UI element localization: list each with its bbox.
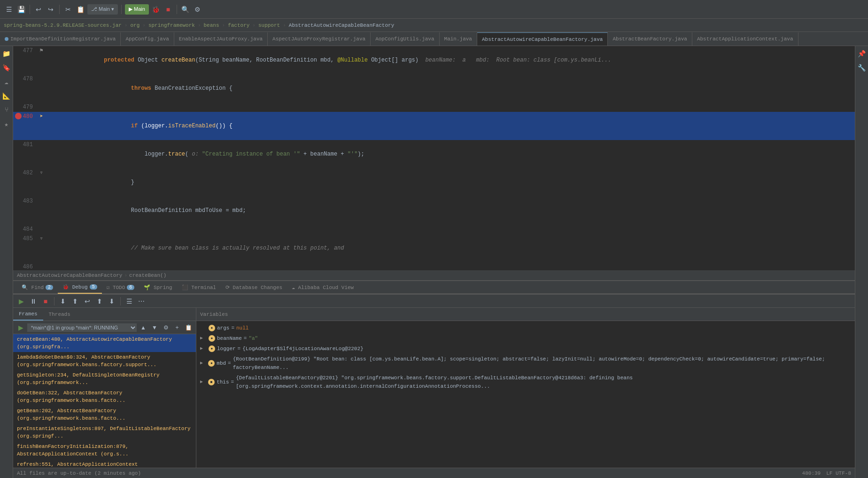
status-message: All files are up-to-date (2 minutes ago) xyxy=(17,470,141,476)
tab-terminal[interactable]: ⬛ Terminal xyxy=(177,281,221,294)
step-into-button[interactable]: ⬆ xyxy=(70,296,80,306)
cut-button[interactable]: ✂ xyxy=(63,4,73,15)
stop-button[interactable]: ■ xyxy=(163,4,173,15)
tab-spring[interactable]: 🌱 Spring xyxy=(139,281,177,294)
menu-button[interactable]: ☰ xyxy=(4,4,14,15)
more-button[interactable]: ⋯ xyxy=(136,296,147,306)
bc-sep: › xyxy=(124,273,127,278)
main-layout: 📁 🔖 ☁ 📐 ⑂ ★ 477 ⚑ protected Object creat… xyxy=(0,46,868,478)
line-code-484[interactable] xyxy=(46,225,855,234)
favorites-icon[interactable]: ★ xyxy=(1,118,12,130)
varval-beanname: "a" xyxy=(248,334,258,343)
line-code-482[interactable]: } xyxy=(46,168,855,196)
tab-aopconfig[interactable]: AopConfigUtils.java xyxy=(371,32,439,46)
thread-select[interactable]: *main*@1 in group *main*: RUNNING xyxy=(27,323,137,332)
branch-button[interactable]: ⎇ Main ▾ xyxy=(87,4,118,15)
line-num-485: 485 xyxy=(13,234,37,262)
frame-createbean[interactable]: createBean:480, AbstractAutowireCapableB… xyxy=(13,334,196,352)
tab-find[interactable]: 🔍 Find 2 xyxy=(17,281,58,294)
code-scroll[interactable]: 477 ⚑ protected Object createBean(String… xyxy=(13,46,855,270)
step-over-button[interactable]: ⬇ xyxy=(58,296,68,306)
tab-appconfig[interactable]: AppConfig.java xyxy=(121,32,174,46)
debug-run-button[interactable]: 🐞 xyxy=(151,4,161,15)
sep-4 xyxy=(177,5,177,14)
tab-abstractautowire[interactable]: AbstractAutowireCapableBeanFactory.java xyxy=(477,32,608,46)
frame-preinstantiate[interactable]: preInstantiateSingletons:897, DefaultLis… xyxy=(13,423,196,441)
step-out-button[interactable]: ↩ xyxy=(82,296,93,306)
cloud-icon[interactable]: ☁ xyxy=(1,76,12,87)
thread-up-button[interactable]: ▲ xyxy=(139,323,148,332)
support-label: support xyxy=(258,23,280,28)
stop-debug-button[interactable]: ■ xyxy=(40,296,51,306)
line-num-478: 478 xyxy=(13,74,37,102)
code-table: 477 ⚑ protected Object createBean(String… xyxy=(13,46,855,270)
line-code-483[interactable]: RootBeanDefinition mbdToUse = mbd; xyxy=(46,196,855,225)
pause-button[interactable]: ⏸ xyxy=(28,296,39,306)
var-logger[interactable]: ▶ ● logger = {LogAdapter$Slf4jLocationAw… xyxy=(196,344,855,354)
tab-main[interactable]: Main.java xyxy=(440,32,477,46)
line-code-478[interactable]: throws BeanCreationException { xyxy=(46,74,855,102)
run-button[interactable]: ▶ Main xyxy=(125,4,149,15)
tab-abstractapp[interactable]: AbstractApplicationContext.java xyxy=(692,32,798,46)
tab-todo[interactable]: ☑ TODO 6 xyxy=(102,281,140,294)
frame-dogetbean[interactable]: doGetBean:322, AbstractBeanFactory (org.… xyxy=(13,388,196,406)
line-code-481[interactable]: logger.trace( o: "Creating instance of b… xyxy=(46,140,855,168)
thread-add-button[interactable]: + xyxy=(172,323,182,332)
filepath-bar: spring-beans-5.2.9.RELEASE-sources.jar ›… xyxy=(0,19,868,32)
bookmark-icon[interactable]: 🔖 xyxy=(1,62,12,73)
tab-enableaspect[interactable]: EnableAspectJAutoProxy.java xyxy=(174,32,268,46)
git-icon[interactable]: ⑂ xyxy=(1,104,12,116)
sep: › xyxy=(222,23,225,28)
find-label: 🔍 Find xyxy=(22,284,44,290)
resume-button[interactable]: ▶ xyxy=(16,296,26,306)
project-icon[interactable]: 📁 xyxy=(1,48,12,59)
code-view: 477 ⚑ protected Object createBean(String… xyxy=(13,46,855,281)
frame-name-getbean: getBean:202, AbstractBeanFactory (org.sp… xyxy=(17,407,192,422)
right-icon-1[interactable]: 📌 xyxy=(856,48,868,59)
structure-icon[interactable]: 📐 xyxy=(1,90,12,102)
settings-debug-button[interactable]: ☰ xyxy=(124,296,134,306)
undo-button[interactable]: ↩ xyxy=(33,4,44,15)
tab-abstractbean[interactable]: AbstractBeanFactory.java xyxy=(608,32,692,46)
sep: › xyxy=(252,23,256,28)
breadcrumb-bar: AbstractAutowireCapableBeanFactory › cre… xyxy=(13,270,855,281)
line-code-477[interactable]: protected Object createBean(String beanN… xyxy=(46,46,855,74)
eval-button[interactable]: ⬇ xyxy=(107,296,117,306)
icon-logger: ● xyxy=(209,345,215,352)
frame-getbean[interactable]: getBean:202, AbstractBeanFactory (org.sp… xyxy=(13,406,196,423)
var-this[interactable]: ▶ ■ this = {DefaultListableBeanFactory@2… xyxy=(196,373,855,392)
redo-button[interactable]: ↪ xyxy=(46,4,56,15)
frame-lambda[interactable]: lambda$doGetBean$0:324, AbstractBeanFact… xyxy=(13,352,196,370)
var-beanname[interactable]: ▶ ● beanName = "a" xyxy=(196,333,855,344)
frame-refresh[interactable]: refresh:551, AbstractApplicationContext … xyxy=(13,459,196,468)
tab-debug[interactable]: 🐞 Debug 5 xyxy=(58,281,102,294)
tab-threads[interactable]: Threads xyxy=(43,308,76,321)
run-cursor-button[interactable]: ⬆ xyxy=(94,296,105,306)
right-icon-2[interactable]: 🔧 xyxy=(856,62,868,73)
thread-copy-button[interactable]: 📋 xyxy=(184,323,193,332)
settings-button[interactable]: ⚙ xyxy=(193,4,203,15)
status-left: All files are up-to-date (2 minutes ago) xyxy=(17,470,798,476)
line-code-479[interactable] xyxy=(46,102,855,112)
tab-importbean[interactable]: ImportBeanDefinitionRegistrar.java xyxy=(0,32,121,46)
save-button[interactable]: 💾 xyxy=(16,4,26,15)
thread-down-button[interactable]: ▼ xyxy=(150,323,159,332)
var-mbd[interactable]: ▶ ● mbd = {RootBeanDefinition@2199} "Roo… xyxy=(196,354,855,373)
tab-alibabacloud[interactable]: ☁ Alibaba Cloud View xyxy=(287,281,358,294)
line-num-477: 477 xyxy=(13,46,37,74)
var-args[interactable]: ● args = null xyxy=(196,323,855,333)
frame-finish[interactable]: finishBeanFactoryInitialization:879, Abs… xyxy=(13,441,196,459)
tab-frames[interactable]: Frames xyxy=(13,308,43,321)
tab-dbchanges[interactable]: ⟳ Database Changes xyxy=(221,281,287,294)
search-button[interactable]: 🔍 xyxy=(180,4,191,15)
line-code-486[interactable]: // clone the bean definition in case of … xyxy=(46,262,855,270)
play-thread-button[interactable]: ▶ xyxy=(16,323,25,332)
line-code-480[interactable]: if (logger.isTraceEnabled()) { xyxy=(46,112,855,140)
tab-aspectjautoproxy[interactable]: AspectJAutoProxyRegistrar.java xyxy=(268,32,371,46)
status-right: 480:39 LF UTF-8 xyxy=(802,470,851,476)
code-line-484: 484 xyxy=(13,225,855,234)
frame-getsingleton[interactable]: getSingleton:234, DefaultSingletonBeanRe… xyxy=(13,370,196,388)
copy-button[interactable]: 📋 xyxy=(75,4,85,15)
thread-filter-button[interactable]: ⚙ xyxy=(161,323,170,332)
line-code-485[interactable]: // Make sure bean class is actually reso… xyxy=(46,234,855,262)
